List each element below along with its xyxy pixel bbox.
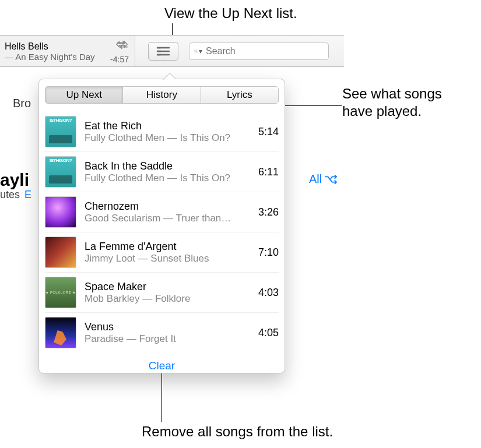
song-subtitle: Fully Clothed Men — Is This On? [85,132,252,144]
song-duration: 4:03 [252,287,279,299]
bg-edit-link-truncated[interactable]: E [24,189,31,201]
leader-bottom [161,367,162,422]
bg-playlist-heading-truncated: ayli [0,170,29,190]
song-duration: 6:11 [252,166,279,178]
song-duration: 7:10 [252,246,279,259]
clear-button[interactable]: Clear [45,359,279,372]
song-subtitle: Jimmy Loot — Sunset Blues [85,253,252,264]
album-art: ISTHISON? [45,116,76,147]
album-art: ISTHISON? [45,156,76,188]
list-item[interactable]: Chernozem Good Secularism — Truer than… … [45,192,279,232]
remaining-time: -4:57 [110,55,129,64]
list-item[interactable]: Space Maker Mob Barkley — Folklore 4:03 [45,273,279,313]
shuffle-all-link[interactable]: All [309,172,337,186]
song-title: Venus [85,321,252,333]
toolbar: Hells Bells — An Easy Night's Day -4:57 … [0,35,344,67]
song-subtitle: Mob Barkley — Folklore [85,293,252,305]
song-subtitle: Paradise — Forget It [85,333,252,345]
popover-tabs: Up Next History Lyrics [45,86,279,104]
now-playing-subtitle: — An Easy Night's Day [5,52,95,62]
up-next-button[interactable] [148,42,178,61]
list-item[interactable]: La Femme d'Argent Jimmy Loot — Sunset Bl… [45,232,279,273]
tab-history[interactable]: History [123,87,201,103]
list-item[interactable]: ISTHISON? Back In the Saddle Fully Cloth… [45,152,279,192]
song-title: Eat the Rich [85,120,252,132]
album-art [45,277,76,308]
song-duration: 3:26 [252,206,279,218]
bg-browse-truncated: Bro [13,97,31,110]
shuffle-all-label: All [309,172,322,186]
shuffle-icon [324,174,337,185]
tab-up-next[interactable]: Up Next [45,87,123,103]
tab-lyrics[interactable]: Lyrics [201,87,278,103]
up-next-popover: Up Next History Lyrics ISTHISON? Eat the… [38,79,285,373]
popover-arrow [163,73,175,80]
now-playing-display[interactable]: Hells Bells — An Easy Night's Day -4:57 [0,36,135,66]
song-title: Chernozem [85,200,252,213]
search-scope-caret-icon[interactable]: ▾ [199,47,202,55]
album-art [45,196,76,228]
callout-right: See what songs have played. [342,85,442,120]
song-title: Space Maker [85,281,252,293]
svg-line-1 [196,51,198,52]
list-item[interactable]: ISTHISON? Eat the Rich Fully Clothed Men… [45,112,279,152]
search-field[interactable]: ▾ [189,43,329,60]
search-input[interactable] [205,45,324,57]
search-icon [194,47,198,56]
repeat-icon[interactable] [116,39,129,53]
song-title: Back In the Saddle [85,160,252,172]
song-title: La Femme d'Argent [85,241,252,253]
callout-top: View the Up Next list. [164,5,297,22]
song-duration: 4:05 [252,327,279,339]
bg-minutes-truncated: utes [0,189,20,201]
up-next-list: ISTHISON? Eat the Rich Fully Clothed Men… [45,112,279,352]
album-art [45,317,76,348]
list-item[interactable]: Venus Paradise — Forget It 4:05 [45,313,279,352]
song-subtitle: Fully Clothed Men — Is This On? [85,172,252,184]
album-art [45,237,76,268]
callout-bottom: Remove all songs from the list. [142,423,333,440]
song-duration: 5:14 [252,126,279,138]
song-subtitle: Good Secularism — Truer than… [85,213,252,224]
now-playing-title: Hells Bells [5,41,95,52]
